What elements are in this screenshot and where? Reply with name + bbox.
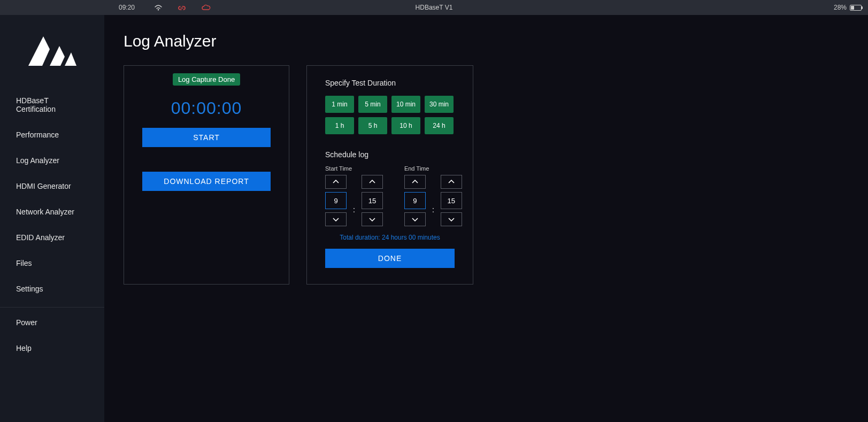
sidebar-item-settings[interactable]: Settings [0,276,104,302]
sidebar-item-log-analyzer[interactable]: Log Analyzer [0,148,104,173]
duration-option-5h[interactable]: 5 h [358,117,387,134]
time-colon: : [353,187,355,214]
total-duration: Total duration: 24 hours 00 minutes [325,234,455,241]
sidebar-item-hdbaset-certification[interactable]: HDBaseT Certification [0,88,104,122]
sidebar-item-help[interactable]: Help [0,335,104,361]
timer-display: 00:00:00 [142,98,271,118]
status-bar: 09:20 HDBaseT V1 28% [0,0,868,15]
statusbar-title: HDBaseT V1 [416,4,453,11]
sidebar-item-edid-analyzer[interactable]: EDID Analyzer [0,225,104,250]
clock: 09:20 [119,4,135,11]
duration-option-10min[interactable]: 10 min [391,96,420,113]
time-colon: : [432,187,434,214]
sidebar: HDBaseT Certification Performance Log An… [0,15,104,422]
end-min-down[interactable] [441,212,462,226]
capture-card: Log Capture Done 00:00:00 START DOWNLOAD… [124,65,289,285]
battery-icon [850,5,862,11]
start-hour-down[interactable] [325,212,347,226]
duration-option-1min[interactable]: 1 min [325,96,354,113]
battery-percent: 28% [834,4,847,11]
sidebar-item-network-analyzer[interactable]: Network Analyzer [0,199,104,225]
duration-option-30min[interactable]: 30 min [425,96,454,113]
page-title: Log Analyzer [124,32,849,50]
start-time-label: Start Time [325,165,383,172]
sidebar-item-hdmi-generator[interactable]: HDMI Generator [0,173,104,199]
end-hour-down[interactable] [404,212,426,226]
logo [0,31,104,70]
svg-point-0 [158,9,159,10]
start-min-down[interactable] [362,212,383,226]
end-time-label: End Time [404,165,462,172]
main-content: Log Analyzer Log Capture Done 00:00:00 S… [104,15,868,422]
schedule-heading: Schedule log [325,150,455,159]
sidebar-item-performance[interactable]: Performance [0,122,104,148]
duration-option-1h[interactable]: 1 h [325,117,354,134]
cloud-icon [201,4,211,11]
start-hour-value: 9 [325,192,347,209]
status-badge: Log Capture Done [173,73,240,86]
duration-option-5min[interactable]: 5 min [358,96,387,113]
start-hour-up[interactable] [325,175,347,189]
wifi-icon [154,4,163,11]
duration-heading: Specify Test Duration [325,79,455,87]
duration-option-24h[interactable]: 24 h [425,117,454,134]
end-min-up[interactable] [441,175,462,189]
end-hour-value: 9 [404,192,426,209]
sidebar-item-power[interactable]: Power [0,310,104,335]
sidebar-item-files[interactable]: Files [0,250,104,276]
link-icon [178,4,186,11]
duration-option-10h[interactable]: 10 h [391,117,420,134]
duration-card: Specify Test Duration 1 min 5 min 10 min… [306,65,473,285]
start-min-value: 15 [362,192,383,209]
start-button[interactable]: START [142,128,271,147]
start-min-up[interactable] [362,175,383,189]
download-report-button[interactable]: DOWNLOAD REPORT [142,172,271,191]
end-hour-up[interactable] [404,175,426,189]
done-button[interactable]: DONE [325,249,455,268]
end-min-value: 15 [441,192,462,209]
